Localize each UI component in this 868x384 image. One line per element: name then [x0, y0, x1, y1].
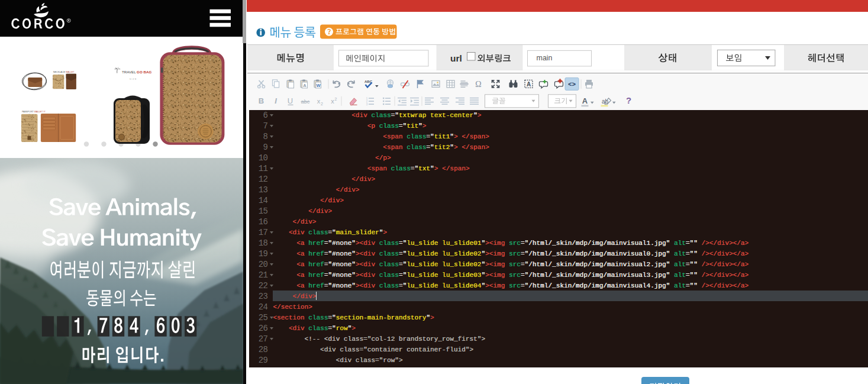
svg-text:U: U	[287, 97, 292, 106]
svg-text:TRAVEL GO BAG: TRAVEL GO BAG	[122, 70, 151, 74]
svg-text:2: 2	[321, 102, 323, 106]
svg-text:A: A	[526, 82, 530, 88]
svg-text:main: main	[536, 54, 552, 62]
svg-text:PASSPORT WALLET /Y: PASSPORT WALLET /Y	[22, 111, 46, 113]
svg-text:?: ?	[625, 96, 631, 106]
svg-text:<>: <>	[567, 82, 576, 89]
svg-text:Ω: Ω	[475, 80, 481, 89]
svg-text:B: B	[258, 97, 263, 106]
svg-text:x: x	[317, 98, 320, 105]
svg-text:A: A	[303, 83, 306, 89]
svg-text:I: I	[275, 97, 277, 106]
svg-text:SIZE: SIZE	[130, 78, 137, 80]
svg-text:url: url	[450, 53, 462, 63]
svg-text:x: x	[331, 98, 334, 105]
svg-text:NECKLACE WALLET: NECKLACE WALLET	[53, 71, 75, 73]
svg-text:W: W	[316, 83, 321, 89]
svg-text:2: 2	[334, 97, 337, 101]
svg-text:3: 3	[366, 103, 367, 106]
svg-text:A: A	[582, 97, 588, 106]
